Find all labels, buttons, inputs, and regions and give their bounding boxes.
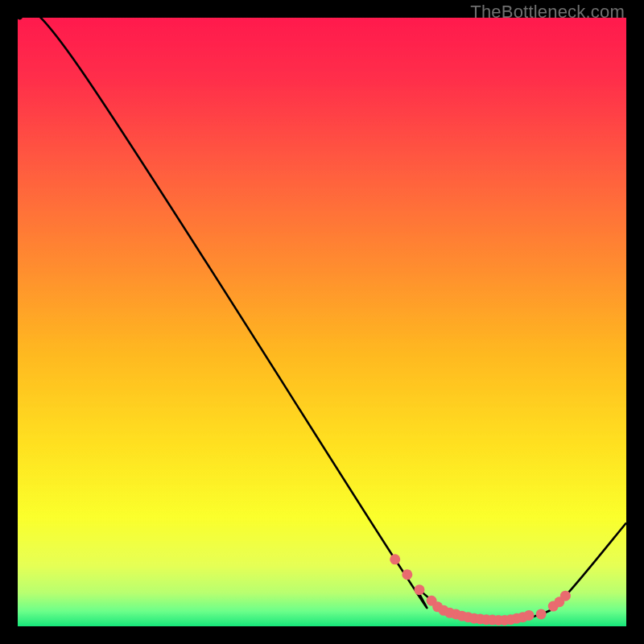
bottleneck-chart xyxy=(18,18,626,626)
watermark-text: TheBottleneck.com xyxy=(470,2,625,23)
chart-frame xyxy=(18,18,626,626)
data-marker xyxy=(536,609,547,619)
data-marker xyxy=(414,584,424,595)
gradient-background xyxy=(18,18,626,626)
data-marker xyxy=(402,569,412,580)
data-marker xyxy=(560,591,571,601)
data-marker xyxy=(524,610,535,621)
data-marker xyxy=(390,554,400,564)
